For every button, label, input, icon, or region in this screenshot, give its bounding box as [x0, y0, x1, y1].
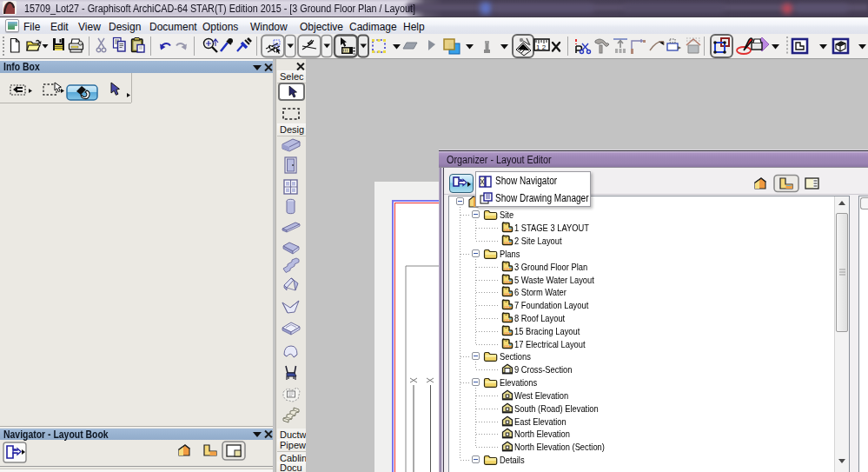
svg-text:1 2: 1 2 [536, 43, 547, 51]
